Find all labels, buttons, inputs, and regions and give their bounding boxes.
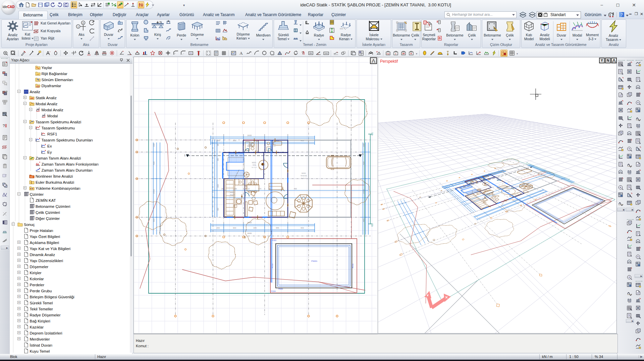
svg-text:M003: M003 (252, 162, 256, 164)
svg-text:R: R (411, 53, 412, 55)
svg-text:600: 600 (153, 218, 155, 222)
svg-text:Veranda: Veranda (301, 175, 307, 177)
svg-text:600: 600 (217, 207, 219, 210)
svg-text:z: z (395, 53, 396, 55)
svg-text:PC004: PC004 (271, 291, 276, 292)
svg-text:300: 300 (233, 227, 236, 229)
svg-text:400: 400 (301, 227, 304, 229)
svg-text:190: 190 (217, 143, 219, 146)
svg-text:G1: G1 (371, 132, 373, 135)
svg-text:Hela+giş: Hela+giş (270, 143, 276, 145)
svg-text:1: 1 (77, 25, 79, 28)
svg-text:1600: 1600 (247, 232, 252, 234)
svg-text:1: 1 (362, 153, 364, 155)
svg-text:200: 200 (216, 139, 220, 141)
svg-text:?: ? (621, 12, 623, 17)
svg-text:670: 670 (258, 188, 261, 190)
svg-text:A: A (239, 51, 243, 56)
svg-text:Mutfak: Mutfak (230, 194, 235, 196)
svg-text:260: 260 (234, 188, 237, 190)
svg-text:Giriş: Giriş (253, 164, 256, 166)
svg-text:m²: m² (309, 52, 312, 54)
svg-text:1600: 1600 (247, 134, 252, 136)
svg-text:3.48 m²: 3.48 m² (271, 145, 276, 147)
svg-text:G1: G1 (371, 224, 373, 227)
svg-text:mm: mm (325, 52, 328, 54)
svg-text:M004: M004 (248, 141, 252, 143)
svg-text:PC002: PC002 (272, 263, 273, 268)
svg-text:36.75 m²: 36.75 m² (252, 167, 257, 168)
svg-text:10: 10 (248, 188, 250, 190)
svg-text:190: 190 (363, 143, 365, 147)
svg-text:600: 600 (363, 218, 365, 222)
svg-text:PS002: PS002 (278, 288, 283, 290)
svg-text:?: ? (319, 52, 320, 54)
svg-text:355: 355 (276, 227, 279, 229)
svg-text:123: 123 (637, 126, 640, 128)
svg-text:345: 345 (253, 227, 257, 229)
svg-text:3R: 3R (402, 53, 405, 55)
svg-text:190: 190 (153, 143, 155, 147)
svg-text:B: B (439, 37, 441, 40)
svg-text:3.31 m²: 3.31 m² (248, 145, 252, 147)
svg-text:430: 430 (153, 161, 155, 165)
svg-text:400: 400 (294, 188, 297, 190)
svg-text:123: 123 (628, 173, 631, 175)
svg-text:1410: 1410 (363, 189, 365, 194)
svg-text:1410: 1410 (217, 184, 219, 188)
svg-text:PC001: PC001 (352, 263, 354, 268)
svg-text:?: ? (3, 124, 5, 128)
svg-text:46.42 m²: 46.42 m² (301, 177, 306, 179)
svg-text:PC003: PC003 (272, 240, 276, 241)
svg-text:M006: M006 (302, 172, 306, 174)
svg-text:M001: M001 (230, 191, 234, 193)
svg-text:x,y: x,y (387, 53, 390, 55)
svg-text:430: 430 (217, 158, 219, 161)
svg-text:Banyo: Banyo (248, 143, 253, 145)
svg-text:20: 20 (268, 188, 270, 190)
svg-text:PS001: PS001 (311, 260, 318, 262)
svg-text:300: 300 (233, 139, 236, 141)
svg-text:430: 430 (363, 161, 365, 165)
svg-text:18.91 m²: 18.91 m² (229, 196, 235, 198)
svg-text:+2: +2 (294, 53, 297, 55)
svg-text:N: N (160, 20, 162, 24)
svg-text:123: 123 (628, 301, 631, 303)
svg-text:M005: M005 (271, 141, 275, 143)
svg-text:200: 200 (216, 227, 220, 229)
svg-text:20: 20 (221, 188, 223, 190)
svg-text:A: A (82, 21, 84, 24)
svg-text:1410: 1410 (153, 189, 155, 194)
svg-text:1: 1 (184, 154, 185, 157)
